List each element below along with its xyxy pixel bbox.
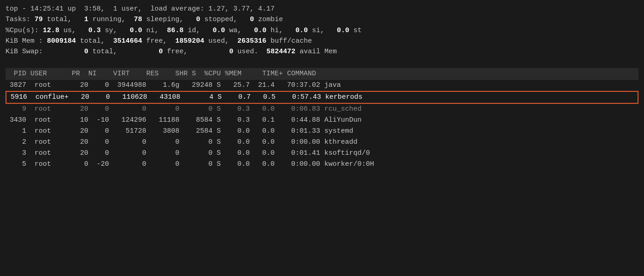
mem-line: KiB Mem : 8009184 total, 3514664 free, 1…	[6, 36, 638, 46]
swap-line: KiB Swap: 0 total, 0 free, 0 used. 58244…	[6, 46, 638, 57]
table-row: 2 root 20 0 0 0 0 S 0.0 0.0 0:00.00 kthr…	[6, 137, 638, 148]
table-row: 5 root 0 -20 0 0 0 S 0.0 0.0 0:00.00 kwo…	[6, 159, 638, 170]
table-row: 3430 root 10 -10 124296 11188 8584 S 0.3…	[6, 115, 638, 126]
tasks-zombie: 0	[250, 16, 254, 23]
process-table: 3827 root 20 0 3944988 1.6g 29248 S 25.7…	[6, 80, 638, 170]
tasks-line: Tasks: 79 total, 1 running, 78 sleeping,…	[6, 14, 638, 25]
table-row: 9 root 20 0 0 0 0 S 0.3 0.0 0:06.83 rcu_…	[6, 104, 638, 115]
cpu-line: %Cpu(s): 12.8 us, 0.3 sy, 0.0 ni, 86.8 i…	[6, 25, 638, 36]
table-row: 5916 conflue+ 20 0 110628 43108 4 S 0.7 …	[6, 91, 638, 104]
terminal-container: top - 14:25:41 up 3:58, 1 user, load ave…	[6, 4, 638, 170]
tasks-running: 1	[84, 16, 88, 23]
top-line: top - 14:25:41 up 3:58, 1 user, load ave…	[6, 4, 638, 14]
table-row: 3827 root 20 0 3944988 1.6g 29248 S 25.7…	[6, 80, 638, 91]
tasks-stopped: 0	[196, 16, 200, 23]
table-row: 1 root 20 0 51728 3808 2584 S 0.0 0.0 0:…	[6, 126, 638, 137]
tasks-sleeping: 78	[134, 16, 142, 23]
table-header: PID USER PR NI VIRT RES SHR S %CPU %MEM …	[6, 68, 638, 80]
table-row: 3 root 20 0 0 0 0 S 0.0 0.0 0:01.41 ksof…	[6, 148, 638, 159]
tasks-total: 79	[34, 16, 43, 23]
